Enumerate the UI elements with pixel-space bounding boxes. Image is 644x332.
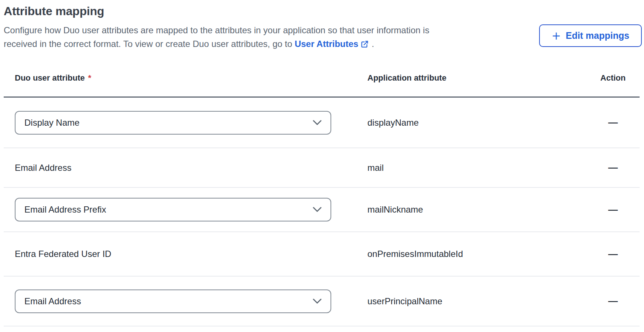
application-attribute-value: displayName	[364, 118, 586, 128]
selected-option-label: Email Address	[24, 296, 81, 306]
column-header-duo-user-attribute: Duo user attribute*	[4, 72, 364, 96]
action-placeholder: —	[586, 117, 640, 128]
duo-attribute-select[interactable]: Email Address Prefix	[15, 198, 331, 221]
table-row: Entra Federated User ID onPremisesImmuta…	[4, 232, 640, 277]
edit-mappings-button[interactable]: + Edit mappings	[539, 24, 642, 47]
application-attribute-value: mail	[364, 163, 586, 173]
description-period: .	[371, 39, 374, 49]
external-link-icon	[361, 40, 369, 48]
selected-option-label: Display Name	[24, 118, 79, 128]
page-title: Attribute mapping	[4, 4, 104, 18]
user-attributes-link[interactable]: User Attributes	[295, 39, 369, 49]
table-row: Email Address mail —	[4, 148, 640, 188]
required-asterisk: *	[88, 73, 91, 82]
table-row: Email Address userPrincipalName —	[4, 277, 640, 326]
action-placeholder: —	[586, 162, 640, 173]
duo-attribute-label: Entra Federated User ID	[15, 249, 111, 259]
user-attributes-link-label: User Attributes	[295, 39, 358, 49]
table-row: Email Address Prefix mailNickname —	[4, 188, 640, 232]
table-header-row: Duo user attribute* Application attribut…	[4, 72, 640, 98]
column-header-action: Action	[586, 72, 640, 96]
table-row: Display Name displayName —	[4, 98, 640, 148]
description: Configure how Duo user attributes are ma…	[4, 23, 484, 51]
application-attribute-value: mailNickname	[364, 204, 586, 215]
application-attribute-value: onPremisesImmutableId	[364, 249, 586, 259]
duo-header-label: Duo user attribute	[15, 73, 85, 82]
edit-mappings-label: Edit mappings	[566, 30, 629, 41]
action-placeholder: —	[586, 248, 640, 260]
chevron-down-icon	[313, 298, 322, 304]
action-placeholder: —	[586, 204, 640, 216]
duo-attribute-label: Email Address	[15, 163, 71, 173]
duo-attribute-select[interactable]: Display Name	[15, 111, 331, 135]
duo-attribute-select[interactable]: Email Address	[15, 289, 331, 313]
application-attribute-value: userPrincipalName	[364, 296, 586, 306]
action-placeholder: —	[586, 295, 640, 307]
chevron-down-icon	[313, 120, 322, 125]
selected-option-label: Email Address Prefix	[24, 204, 106, 215]
chevron-down-icon	[313, 207, 322, 213]
plus-icon: +	[552, 30, 561, 41]
description-line2: received in the correct format. To view …	[4, 37, 484, 51]
description-line1: Configure how Duo user attributes are ma…	[4, 23, 484, 37]
column-header-application-attribute: Application attribute	[364, 72, 586, 96]
description-line2-text: received in the correct format. To view …	[4, 39, 295, 49]
attribute-mapping-table: Duo user attribute* Application attribut…	[4, 72, 640, 326]
